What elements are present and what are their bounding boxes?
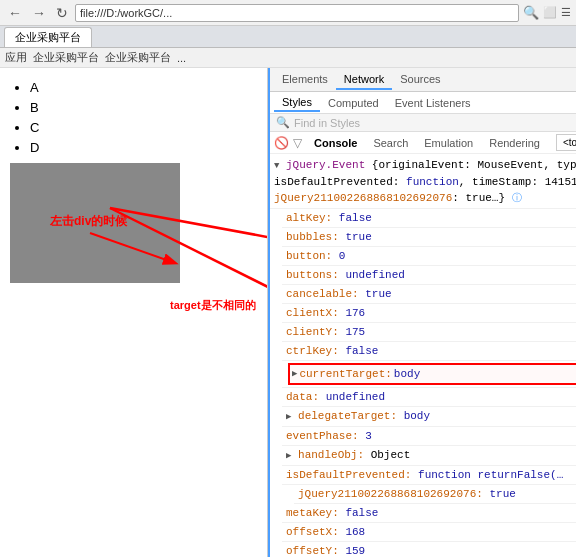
prop-isdefaultprevented: isDefaultPrevented: function returnFalse… (282, 466, 576, 485)
annotation-text: 左击div的时候 (50, 213, 127, 230)
gray-div[interactable]: 左击div的时候 (10, 163, 180, 283)
frame-select[interactable]: <top frame> (556, 134, 576, 151)
prop-cancelable: cancelable: true (282, 285, 576, 304)
subtab-computed[interactable]: Computed (320, 95, 387, 111)
prop-metakey: metaKey: false (282, 504, 576, 523)
prop-altkey: altKey: false (282, 209, 576, 228)
list-item-d: D (30, 138, 257, 158)
subtab-event-listeners[interactable]: Event Listeners (387, 95, 479, 111)
browser-toolbar: ← → ↻ 🔍 ⬜ ☰ (0, 0, 576, 26)
bullet-list: A B C D (10, 78, 257, 158)
prop-data: data: undefined (282, 388, 576, 407)
list-item-c: C (30, 118, 257, 138)
prop-delegatetarget: ▶ delegateTarget: body (282, 407, 576, 427)
console-content[interactable]: ▼ jQuery.Event {originalEvent: MouseEven… (270, 154, 576, 557)
main-split: A B C D 左击div的时候 (0, 68, 576, 557)
console-tab-console[interactable]: Console (306, 136, 365, 150)
find-placeholder: Find in Styles (294, 117, 360, 129)
prop-eventphase: eventPhase: 3 (282, 427, 576, 446)
refresh-button[interactable]: ↻ (53, 5, 71, 21)
prop-currenttarget: ▶ currentTarget: body (282, 361, 576, 388)
address-bar[interactable] (75, 4, 519, 22)
prop-clienty: clientY: 175 (282, 323, 576, 342)
list-item-a: A (30, 78, 257, 98)
prop-bubbles: bubbles: true (282, 228, 576, 247)
back-button[interactable]: ← (5, 5, 25, 21)
bookmarks-bar: 应用 企业采购平台 企业采购平台 ... (0, 48, 576, 68)
list-item-b: B (30, 98, 257, 118)
currenttarget-triangle[interactable]: ▶ (292, 366, 297, 382)
console-toolbar-tabs: Console Search Emulation Rendering (306, 136, 548, 150)
find-icon: 🔍 (276, 116, 290, 129)
tab-elements[interactable]: Elements (274, 70, 336, 90)
clear-icon[interactable]: 🚫 (274, 136, 289, 150)
page-content: A B C D 左击div的时候 (0, 68, 267, 293)
tab-sources[interactable]: Sources (392, 70, 448, 90)
console-toolbar: 🚫 ▽ Console Search Emulation Rendering <… (270, 132, 576, 154)
devtools-icon: ⬜ (543, 6, 557, 19)
forward-button[interactable]: → (29, 5, 49, 21)
devtools-tabs: Elements Network Sources ⚙ ▣ ✕ (270, 68, 576, 92)
handleobj-triangle[interactable]: ▶ (286, 448, 291, 464)
prop-button: button: 0 (282, 247, 576, 266)
target-note: target是不相同的 (170, 298, 256, 313)
bookmark-more[interactable]: ... (177, 52, 186, 64)
devtools-panel: Elements Network Sources ⚙ ▣ ✕ Styles Co… (268, 68, 576, 557)
svg-line-1 (90, 233, 175, 263)
prop-offsety: offsetY: 159 (282, 542, 576, 557)
tab-network[interactable]: Network (336, 70, 392, 90)
prop-clientx: clientX: 176 (282, 304, 576, 323)
bookmark2[interactable]: 企业采购平台 (105, 50, 171, 65)
bookmark1[interactable]: 企业采购平台 (33, 50, 99, 65)
browser-tab[interactable]: 企业采购平台 (4, 27, 92, 47)
prop-handleobj: ▶ handleObj: Object (282, 446, 576, 466)
tab-bar: 企业采购平台 (0, 26, 576, 48)
find-bar: 🔍 Find in Styles (270, 114, 576, 132)
devtools-subtabs: Styles Computed Event Listeners (270, 92, 576, 114)
search-icon: 🔍 (523, 5, 539, 20)
filter-icon[interactable]: ▽ (293, 136, 302, 150)
page-preview: A B C D 左击div的时候 (0, 68, 268, 557)
console-tab-rendering[interactable]: Rendering (481, 136, 548, 150)
console-tab-search[interactable]: Search (365, 136, 416, 150)
prop-offsetx: offsetX: 168 (282, 523, 576, 542)
subtab-styles[interactable]: Styles (274, 94, 320, 112)
menu-icon: ☰ (561, 6, 571, 19)
prop-ctrlkey: ctrlKey: false (282, 342, 576, 361)
delegatetarget-triangle[interactable]: ▶ (286, 409, 291, 425)
console-tab-emulation[interactable]: Emulation (416, 136, 481, 150)
prop-jquery: jQuery211002268868102692076: true (294, 485, 576, 504)
apps-bookmark[interactable]: 应用 (5, 50, 27, 65)
triangle-icon[interactable]: ▼ (274, 158, 279, 174)
console-line-event: ▼ jQuery.Event {originalEvent: MouseEven… (270, 156, 576, 209)
prop-buttons: buttons: undefined (282, 266, 576, 285)
currenttarget-box: ▶ currentTarget: body (288, 363, 576, 385)
